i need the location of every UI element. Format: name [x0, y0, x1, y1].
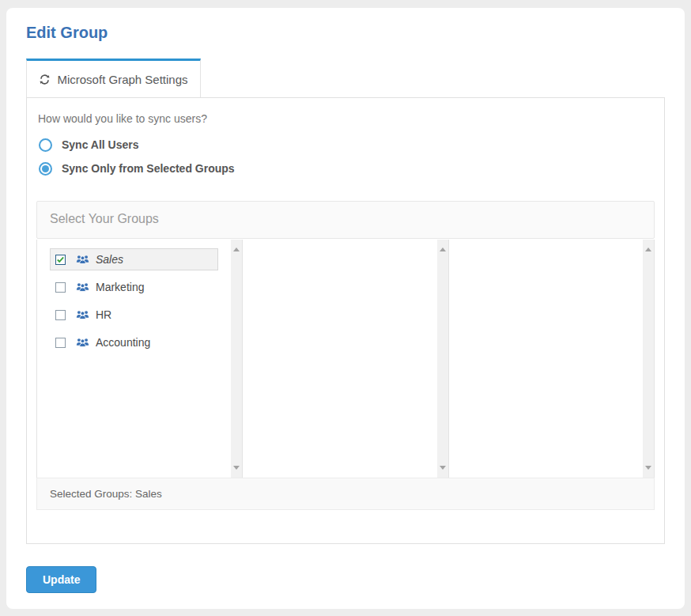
edit-group-card: Edit Group Microsoft Graph Settings How …	[6, 8, 685, 609]
scroll-down-icon[interactable]	[233, 466, 240, 470]
page-title: Edit Group	[26, 24, 665, 42]
users-icon	[76, 337, 89, 348]
group-row-hr[interactable]: HR	[50, 304, 218, 326]
radio-sync-all-users[interactable]: Sync All Users	[39, 138, 655, 152]
select-groups-box: Select Your Groups	[36, 201, 655, 510]
radio-sync-selected-groups[interactable]: Sync Only from Selected Groups	[39, 161, 655, 176]
refresh-icon	[39, 74, 51, 85]
scroll-down-icon[interactable]	[440, 466, 446, 470]
scroll-up-icon[interactable]	[645, 248, 651, 251]
checkbox-unchecked-icon[interactable]	[55, 282, 66, 293]
checkbox-unchecked-icon[interactable]	[55, 338, 66, 348]
tab-label: Microsoft Graph Settings	[57, 73, 187, 86]
group-row-marketing[interactable]: Marketing	[50, 276, 218, 298]
checkbox-checked-icon[interactable]	[55, 255, 66, 265]
scroll-up-icon[interactable]	[440, 248, 446, 251]
group-label: Accounting	[96, 336, 150, 349]
update-button[interactable]: Update	[26, 566, 96, 593]
groups-column-1[interactable]: Sales	[37, 240, 243, 478]
scrollbar-column-3[interactable]	[643, 240, 654, 478]
users-icon	[76, 254, 89, 265]
scrollbar-column-2[interactable]	[437, 240, 448, 478]
group-label: Marketing	[96, 281, 144, 293]
radio-button-icon[interactable]	[39, 138, 52, 152]
scrollbar-column-1[interactable]	[231, 240, 242, 478]
radio-button-icon-selected[interactable]	[39, 162, 52, 176]
groups-column-3[interactable]	[449, 240, 655, 478]
groups-columns: Sales	[36, 240, 655, 478]
sync-question-label: How would you like to sync users?	[38, 112, 655, 125]
groups-column-2[interactable]	[243, 240, 448, 478]
radio-label-sync-selected: Sync Only from Selected Groups	[62, 162, 235, 175]
checkbox-unchecked-icon[interactable]	[55, 310, 66, 320]
select-groups-header: Select Your Groups	[36, 201, 655, 239]
scroll-up-icon[interactable]	[233, 248, 240, 251]
radio-label-sync-all: Sync All Users	[62, 138, 139, 151]
users-icon	[76, 309, 89, 320]
graph-settings-panel: How would you like to sync users? Sync A…	[26, 98, 665, 544]
tab-microsoft-graph-settings[interactable]: Microsoft Graph Settings	[26, 59, 201, 97]
selected-groups-summary: Selected Groups: Sales	[36, 478, 655, 510]
scroll-down-icon[interactable]	[645, 466, 651, 470]
group-row-sales[interactable]: Sales	[50, 248, 218, 270]
group-label: HR	[96, 308, 111, 321]
users-icon	[76, 282, 89, 293]
tab-bar: Microsoft Graph Settings	[26, 59, 665, 98]
group-row-accounting[interactable]: Accounting	[50, 331, 218, 353]
group-label: Sales	[96, 253, 123, 266]
